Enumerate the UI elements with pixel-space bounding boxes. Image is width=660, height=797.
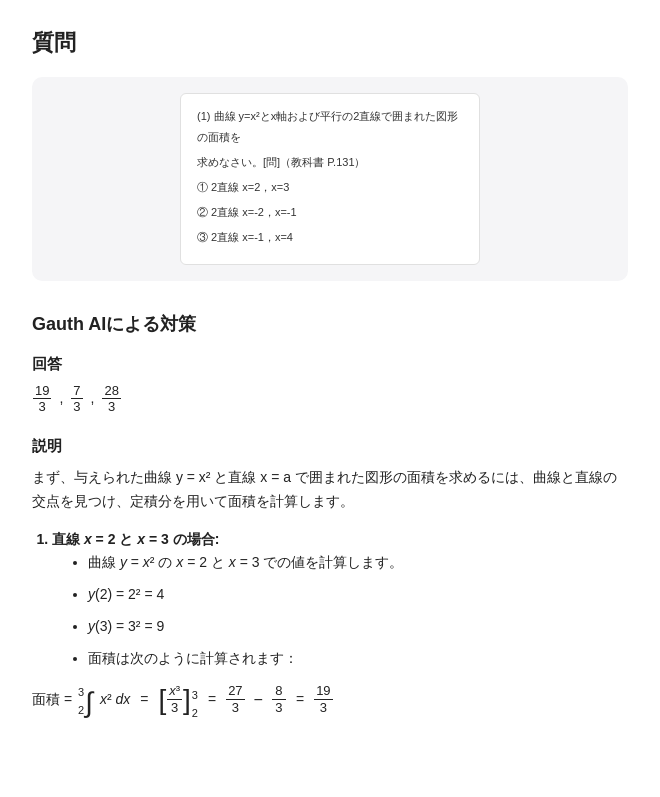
result-frac-1: 27 3 bbox=[226, 683, 244, 715]
step-1-bullet-4: 面積は次のように計算されます： bbox=[88, 647, 628, 671]
integral-limits: 3 2 bbox=[78, 683, 84, 715]
question-image-line2: 求めなさい。[問]（教科書 P.131） bbox=[197, 152, 463, 173]
separator-1: , bbox=[59, 387, 63, 411]
bracket-group: [ x³ 3 ] 3 2 bbox=[158, 683, 198, 715]
integral-formula: 面積 = 3 2 ∫ x² dx = [ x³ 3 ] 3 2 = 27 3 −… bbox=[32, 683, 628, 717]
result-frac-1-den: 3 bbox=[228, 700, 242, 716]
step-1-bullet-3: y(3) = 3² = 9 bbox=[88, 615, 628, 639]
question-image-item3: ③ 2直線 x=-1，x=4 bbox=[197, 227, 463, 248]
integral-symbol-group: 3 2 ∫ bbox=[78, 683, 94, 717]
result-frac-2-den: 3 bbox=[272, 700, 286, 716]
equals-1: = bbox=[140, 688, 148, 712]
gauth-section-title: Gauth AIによる対策 bbox=[32, 309, 628, 340]
fraction-3: 28 3 bbox=[102, 383, 120, 415]
step-1-bullet-1: 曲線 y = x² の x = 2 と x = 3 での値を計算します。 bbox=[88, 551, 628, 575]
integral-symbol: ∫ bbox=[85, 689, 93, 717]
result-frac-3-den: 3 bbox=[316, 700, 330, 716]
integral-label-text: 面積 = bbox=[32, 688, 72, 712]
right-bracket: ] bbox=[183, 686, 191, 714]
bracket-lower: 2 bbox=[192, 704, 198, 723]
bracket-limits: 3 2 bbox=[192, 686, 198, 714]
explanation-label: 説明 bbox=[32, 433, 628, 459]
fraction-2-den: 3 bbox=[71, 399, 82, 415]
integral-lower: 2 bbox=[78, 701, 84, 720]
fraction-1-den: 3 bbox=[37, 399, 48, 415]
result-frac-3-num: 19 bbox=[314, 683, 332, 700]
separator-2: , bbox=[91, 387, 95, 411]
answer-fractions: 19 3 , 7 3 , 28 3 bbox=[32, 383, 628, 415]
question-image-box: (1) 曲線 y=x²とx軸および平行の2直線で囲まれた図形の面積を 求めなさい… bbox=[32, 77, 628, 280]
explanation-para1: まず、与えられた曲線 y = x² と直線 x = a で囲まれた図形の面積を求… bbox=[32, 465, 628, 514]
steps-list: 直線 x = 2 と x = 3 の場合: 曲線 y = x² の x = 2 … bbox=[32, 528, 628, 671]
minus-sign: − bbox=[254, 686, 263, 713]
fraction-1: 19 3 bbox=[33, 383, 51, 415]
bracket-den: 3 bbox=[168, 700, 182, 716]
result-frac-3: 19 3 bbox=[314, 683, 332, 715]
result-frac-2-num: 8 bbox=[272, 683, 286, 700]
question-image-inner: (1) 曲線 y=x²とx軸および平行の2直線で囲まれた図形の面積を 求めなさい… bbox=[180, 93, 480, 264]
fraction-3-num: 28 bbox=[102, 383, 120, 400]
integral-expr: x² dx bbox=[100, 688, 130, 712]
bracket-num: x³ bbox=[167, 683, 182, 700]
question-image-line1: (1) 曲線 y=x²とx軸および平行の2直線で囲まれた図形の面積を bbox=[197, 106, 463, 148]
step-1-bullets: 曲線 y = x² の x = 2 と x = 3 での値を計算します。 y(2… bbox=[52, 551, 628, 670]
step-1-bullet-2: y(2) = 2² = 4 bbox=[88, 583, 628, 607]
step-1-title: 直線 x = 2 と x = 3 の場合: bbox=[52, 531, 219, 547]
fraction-3-den: 3 bbox=[106, 399, 117, 415]
left-bracket: [ bbox=[158, 686, 166, 714]
page-title: 質問 bbox=[32, 24, 628, 61]
bracket-upper: 3 bbox=[192, 686, 198, 705]
result-frac-1-num: 27 bbox=[226, 683, 244, 700]
step-1: 直線 x = 2 と x = 3 の場合: 曲線 y = x² の x = 2 … bbox=[52, 528, 628, 671]
bracket-fraction: x³ 3 bbox=[167, 683, 182, 715]
answer-label: 回答 bbox=[32, 351, 628, 377]
question-image-item2: ② 2直線 x=-2，x=-1 bbox=[197, 202, 463, 223]
fraction-2: 7 3 bbox=[71, 383, 82, 415]
equals-2: = bbox=[208, 688, 216, 712]
fraction-2-num: 7 bbox=[71, 383, 82, 400]
result-frac-2: 8 3 bbox=[272, 683, 286, 715]
question-image-item1: ① 2直線 x=2，x=3 bbox=[197, 177, 463, 198]
fraction-1-num: 19 bbox=[33, 383, 51, 400]
integral-upper: 3 bbox=[78, 683, 84, 702]
equals-3: = bbox=[296, 688, 304, 712]
